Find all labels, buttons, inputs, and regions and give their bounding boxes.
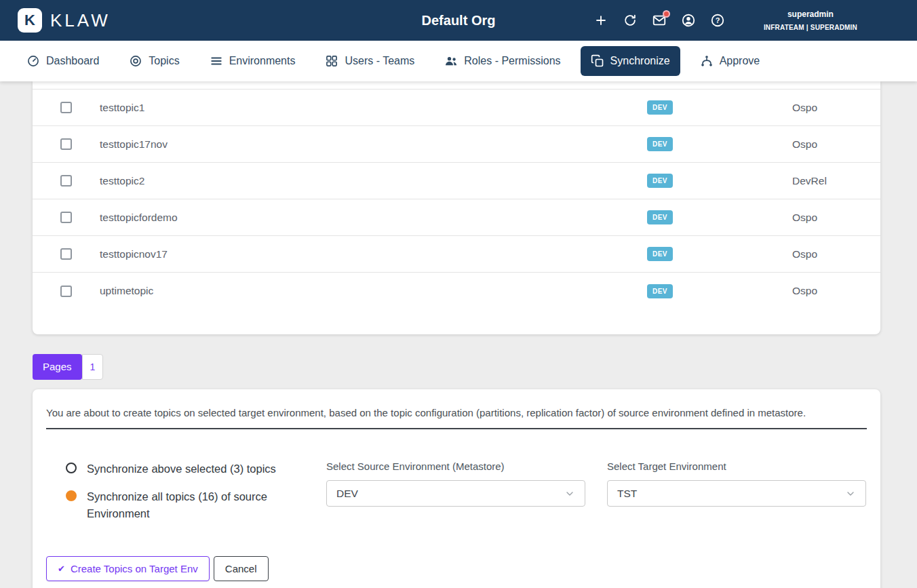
env-badge: DEV <box>647 247 673 261</box>
row-checkbox[interactable] <box>60 286 72 297</box>
nav-label: Approve <box>720 55 760 67</box>
table-row: testtopicnov17 DEV Ospo <box>33 236 880 273</box>
roles-permissions-icon <box>444 54 458 68</box>
radio-options: Synchronize above selected (3) topics Sy… <box>66 460 305 522</box>
table-row: testtopic2 DEV DevRel <box>33 163 880 199</box>
create-topics-label: Create Topics on Target Env <box>71 563 198 574</box>
chevron-down-icon <box>564 488 575 499</box>
topics-icon <box>129 54 142 68</box>
account-icon[interactable] <box>681 13 696 28</box>
app-logo[interactable]: K KLAW <box>18 8 111 33</box>
row-checkbox[interactable] <box>60 102 72 113</box>
approve-icon <box>700 54 714 68</box>
user-info[interactable]: superadmin INFRATEAM | SUPERADMIN <box>764 9 857 31</box>
topic-name: testtopicfordemo <box>100 212 616 224</box>
org-title: Default Org <box>422 13 496 28</box>
users-teams-icon <box>325 54 338 68</box>
main-nav: Dashboard Topics Environments Users - Te… <box>0 41 917 81</box>
nav-approve[interactable]: Approve <box>690 46 770 76</box>
sync-description: You are about to create topics on select… <box>46 407 867 418</box>
nav-roles-permissions[interactable]: Roles - Permissions <box>434 46 570 76</box>
user-team-role: INFRATEAM | SUPERADMIN <box>764 24 857 31</box>
divider <box>46 428 867 429</box>
target-env-group: Select Target Environment TST <box>607 460 866 522</box>
environments-icon <box>210 54 223 68</box>
radio-icon[interactable] <box>66 490 77 501</box>
klaw-logo-icon: K <box>18 8 42 33</box>
cancel-button[interactable]: Cancel <box>214 556 269 581</box>
target-env-value: TST <box>617 488 637 500</box>
team-name: DevRel <box>704 175 880 187</box>
row-checkbox[interactable] <box>60 248 72 260</box>
row-checkbox[interactable] <box>60 138 72 150</box>
sync-panel: You are about to create topics on select… <box>33 389 880 588</box>
username: superadmin <box>764 9 857 19</box>
action-buttons: ✔ Create Topics on Target Env Cancel <box>46 556 867 581</box>
topic-name: testtopic2 <box>100 175 616 187</box>
app-header: K KLAW Default Org ? superadmin INFRATEA… <box>0 0 917 41</box>
table-row: testtopic1 DEV Ospo <box>33 90 880 126</box>
topics-table-body: testtopic1 DEV Ospo testtopic17nov DEV O… <box>33 90 880 309</box>
create-topics-button[interactable]: ✔ Create Topics on Target Env <box>46 556 210 581</box>
topic-name: uptimetopic <box>100 285 616 297</box>
team-name: Ospo <box>704 285 880 297</box>
plus-icon[interactable] <box>593 13 608 28</box>
nav-label: Topics <box>149 55 179 67</box>
nav-label: Roles - Permissions <box>464 55 560 67</box>
radio-sync-all[interactable]: Synchronize all topics (16) of source En… <box>66 488 305 522</box>
env-badge: DEV <box>647 100 673 115</box>
topic-name: testtopic17nov <box>100 138 616 151</box>
source-env-group: Select Source Environment (Metastore) DE… <box>326 460 585 522</box>
brand-name: KLAW <box>50 10 111 31</box>
table-row: uptimetopic DEV Ospo <box>33 273 880 309</box>
sync-options-row: Synchronize above selected (3) topics Sy… <box>66 460 867 522</box>
radio-label: Synchronize all topics (16) of source En… <box>87 488 287 522</box>
nav-synchronize[interactable]: Synchronize <box>581 46 680 76</box>
nav-environments[interactable]: Environments <box>199 46 306 76</box>
env-badge: DEV <box>647 210 673 224</box>
topic-name: testtopicnov17 <box>100 248 616 260</box>
notification-badge <box>663 10 670 18</box>
radio-label: Synchronize above selected (3) topics <box>87 460 276 477</box>
env-badge: DEV <box>647 137 673 151</box>
svg-text:?: ? <box>716 16 720 24</box>
topics-table-card: testtopic1 DEV Ospo testtopic17nov DEV O… <box>33 81 880 334</box>
header-actions: ? superadmin INFRATEAM | SUPERADMIN <box>593 9 857 31</box>
page-button-1[interactable]: 1 <box>82 354 104 380</box>
pagination: Pages 1 <box>33 354 917 380</box>
radio-sync-selected[interactable]: Synchronize above selected (3) topics <box>66 460 305 477</box>
env-badge: DEV <box>647 284 673 298</box>
source-env-value: DEV <box>336 488 358 500</box>
table-row: testtopicfordemo DEV Ospo <box>33 199 880 236</box>
source-env-select[interactable]: DEV <box>326 480 585 507</box>
row-checkbox[interactable] <box>60 175 72 187</box>
nav-label: Users - Teams <box>345 55 414 67</box>
topic-name: testtopic1 <box>100 102 616 114</box>
table-row: testtopic17nov DEV Ospo <box>33 126 880 163</box>
team-name: Ospo <box>704 248 880 260</box>
synchronize-icon <box>591 54 604 68</box>
refresh-icon[interactable] <box>623 13 638 28</box>
nav-label: Synchronize <box>610 55 670 67</box>
radio-icon[interactable] <box>66 463 77 473</box>
nav-topics[interactable]: Topics <box>119 46 189 76</box>
team-name: Ospo <box>704 102 880 114</box>
check-icon: ✔ <box>58 564 65 574</box>
env-badge: DEV <box>647 174 673 188</box>
nav-users-teams[interactable]: Users - Teams <box>315 46 425 76</box>
mail-icon[interactable] <box>652 13 667 28</box>
dashboard-icon <box>26 54 40 68</box>
table-header-stub <box>33 81 880 90</box>
team-name: Ospo <box>704 138 880 151</box>
nav-label: Dashboard <box>46 55 99 67</box>
team-name: Ospo <box>704 212 880 224</box>
pages-label: Pages <box>33 354 82 380</box>
target-env-select[interactable]: TST <box>607 480 866 507</box>
target-env-label: Select Target Environment <box>607 460 866 472</box>
chevron-down-icon <box>845 488 856 499</box>
nav-dashboard[interactable]: Dashboard <box>16 46 109 76</box>
help-icon[interactable]: ? <box>710 13 725 28</box>
source-env-label: Select Source Environment (Metastore) <box>326 460 585 472</box>
row-checkbox[interactable] <box>60 212 72 223</box>
nav-label: Environments <box>229 55 296 67</box>
